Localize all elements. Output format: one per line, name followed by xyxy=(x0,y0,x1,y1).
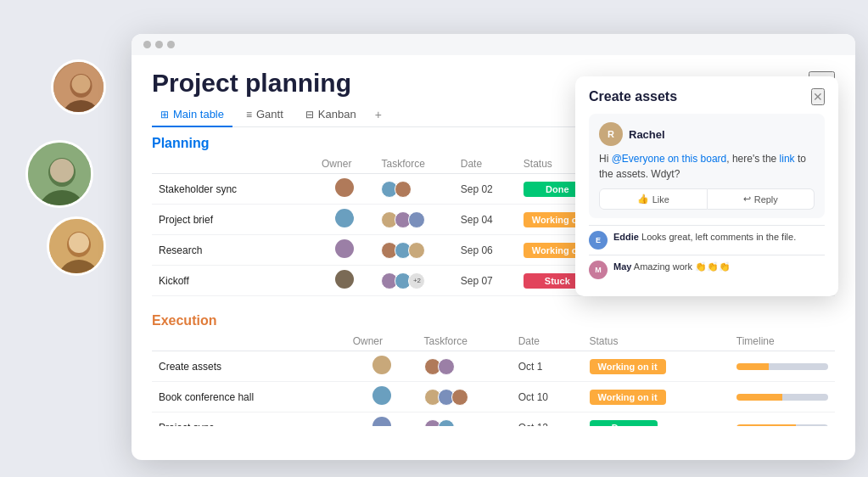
status-badge: Working on it xyxy=(590,359,666,374)
date-cell: Sep 06 xyxy=(454,235,517,266)
task-name: Project brief xyxy=(152,205,315,235)
col-date-execution: Date xyxy=(512,332,583,351)
timeline-empty xyxy=(796,424,828,427)
title-bar xyxy=(132,34,855,55)
avatar-middle xyxy=(25,140,93,208)
taskforce-cell xyxy=(374,205,453,235)
tf-avatar xyxy=(438,358,455,375)
col-taskforce-planning: Taskforce xyxy=(374,154,453,174)
owner-cell xyxy=(346,412,417,427)
reply-text-eddie: Eddie Looks great, left comments in the … xyxy=(613,231,796,244)
status-badge: Done xyxy=(590,420,658,427)
comment-block: R Rachel Hi @Everyone on this board, her… xyxy=(589,114,825,218)
like-label: Like xyxy=(652,194,669,205)
timeline-bar xyxy=(736,363,828,370)
reply-block-may: M May Amazing work 👏👏👏 xyxy=(589,255,825,284)
reply-button[interactable]: ↩ Reply xyxy=(708,188,815,210)
col-owner-execution: Owner xyxy=(346,332,417,351)
tab-gantt[interactable]: ≡ Gantt xyxy=(238,103,292,127)
status-cell: Working on it xyxy=(583,351,730,382)
col-taskforce-execution: Taskforce xyxy=(417,332,512,351)
date-cell: Oct 12 xyxy=(512,412,583,427)
comment-text-2: , here's the xyxy=(726,153,779,165)
owner-cell xyxy=(346,382,417,412)
gantt-icon: ≡ xyxy=(246,109,252,121)
timeline-empty xyxy=(782,394,828,401)
main-window: Project planning ··· ⊞ Main table ≡ Gant… xyxy=(132,34,855,460)
popup-header: Create assets ✕ xyxy=(589,88,825,105)
tab-main-table-label: Main table xyxy=(173,108,224,121)
execution-table: Owner Taskforce Date Status Timeline Cre… xyxy=(152,332,835,426)
taskforce-count: +2 xyxy=(408,272,425,289)
reply-text-may: May Amazing work 👏👏👏 xyxy=(613,261,731,273)
date-cell: Oct 10 xyxy=(512,382,583,412)
comment-actions: 👍 Like ↩ Reply xyxy=(599,188,815,210)
popup-close-button[interactable]: ✕ xyxy=(811,88,825,105)
taskforce-cell xyxy=(374,235,453,266)
reply-content-may: Amazing work 👏👏👏 xyxy=(634,261,731,272)
reply-block-eddie: E Eddie Looks great, left comments in th… xyxy=(589,225,825,255)
tab-kanban[interactable]: ⊟ Kanban xyxy=(297,103,365,127)
date-cell: Sep 02 xyxy=(454,174,517,205)
timeline-bar xyxy=(736,394,828,401)
group-label-planning: Planning xyxy=(152,136,210,151)
avatar xyxy=(335,239,354,258)
table-row: Book conference hall Oct 10 Working xyxy=(152,382,835,412)
date-cell: Sep 04 xyxy=(454,205,517,235)
avatar xyxy=(372,356,391,374)
svg-point-3 xyxy=(72,75,91,93)
add-tab-button[interactable]: + xyxy=(370,104,387,125)
taskforce-cell xyxy=(374,174,453,205)
timeline-empty xyxy=(769,363,828,370)
comment-popup: Create assets ✕ R Rachel Hi @Everyone on… xyxy=(575,76,838,296)
status-cell: Working on it xyxy=(583,382,730,412)
window-dot-2 xyxy=(155,41,163,48)
timeline-bar xyxy=(736,424,828,427)
window-dot-1 xyxy=(143,41,151,48)
window-dot-3 xyxy=(167,41,175,48)
taskforce-cell xyxy=(417,382,512,412)
task-name: Research xyxy=(152,235,315,266)
like-icon: 👍 xyxy=(637,194,649,205)
tf-avatar xyxy=(408,242,425,259)
tab-kanban-label: Kanban xyxy=(318,108,356,121)
comment-mention[interactable]: @Everyone on this board xyxy=(612,153,727,165)
tf-avatar xyxy=(408,211,425,228)
comment-avatar: R xyxy=(599,122,623,146)
main-table-icon: ⊞ xyxy=(160,109,169,121)
avatar xyxy=(335,209,354,227)
task-name: Book conference hall xyxy=(152,382,346,412)
tab-main-table[interactable]: ⊞ Main table xyxy=(152,103,232,127)
page-title: Project planning xyxy=(152,69,351,98)
timeline-filled xyxy=(736,394,782,401)
table-row: Create assets Oct 1 Working on it xyxy=(152,351,835,382)
avatar xyxy=(372,386,391,405)
popup-title: Create assets xyxy=(589,89,677,104)
comment-text-1: Hi xyxy=(599,153,612,165)
timeline-filled xyxy=(736,424,796,427)
col-task-planning xyxy=(152,154,315,174)
table-row: Project sync Oct 12 Done xyxy=(152,412,835,427)
svg-point-11 xyxy=(69,233,89,253)
reply-avatar-eddie: E xyxy=(589,231,608,250)
comment-link[interactable]: link xyxy=(780,153,795,165)
date-cell: Sep 07 xyxy=(454,266,517,296)
status-badge: Working on it xyxy=(590,390,666,405)
owner-cell xyxy=(315,174,374,205)
reply-icon: ↩ xyxy=(743,194,751,205)
group-header-execution: Execution xyxy=(152,305,835,332)
comment-author-row: R Rachel xyxy=(599,122,815,146)
timeline-cell xyxy=(730,351,835,382)
like-button[interactable]: 👍 Like xyxy=(599,188,708,210)
avatar-bottom xyxy=(47,216,106,276)
tf-avatar xyxy=(395,181,412,198)
owner-cell xyxy=(315,235,374,266)
owner-cell xyxy=(346,351,417,382)
avatar xyxy=(372,417,391,426)
avatar xyxy=(335,178,354,197)
owner-cell xyxy=(315,266,374,296)
kanban-icon: ⊟ xyxy=(305,109,314,121)
task-name: Create assets xyxy=(152,351,346,382)
timeline-cell xyxy=(730,412,835,427)
col-timeline-execution: Timeline xyxy=(730,332,835,351)
